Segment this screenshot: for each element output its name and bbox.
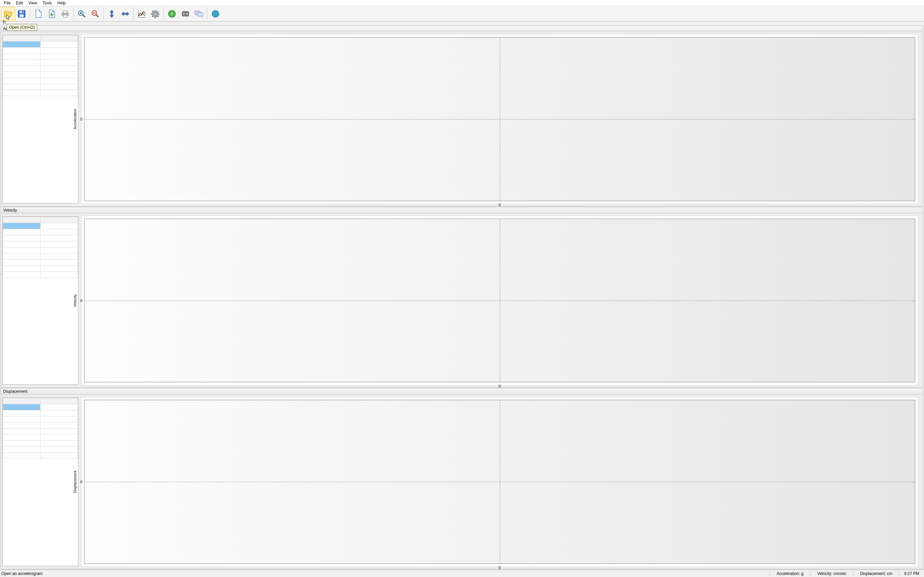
table-row[interactable] [3, 241, 78, 247]
table-row[interactable] [3, 66, 78, 72]
toolbar-separator [207, 8, 207, 20]
table-row[interactable] [3, 72, 78, 78]
table-row[interactable] [3, 48, 78, 54]
table-row[interactable] [3, 90, 78, 96]
table-row[interactable] [3, 447, 78, 453]
fit-vertical-button[interactable] [105, 7, 118, 21]
arrows-horizontal-icon [121, 9, 130, 19]
chart-displacement[interactable]: 0 0 Time Displacement [81, 397, 918, 567]
menu-help[interactable]: Help [55, 0, 69, 6]
section-velocity: Velocity [1, 207, 923, 388]
zoom-in-button[interactable] [75, 7, 89, 21]
table-velocity[interactable] [2, 216, 78, 385]
y-axis-label: Displacement [73, 471, 77, 493]
svg-point-20 [183, 13, 185, 15]
table-row[interactable] [3, 253, 78, 259]
help-icon: ? [167, 9, 177, 19]
x-tick: 0 [499, 566, 501, 569]
table-row[interactable] [3, 259, 78, 265]
table-row[interactable] [3, 247, 78, 253]
film-icon [181, 9, 190, 19]
menu-edit[interactable]: Edit [13, 0, 26, 6]
svg-line-12 [96, 15, 99, 17]
gear-icon [150, 9, 160, 19]
gridline [500, 400, 500, 564]
x-tick: 0 [499, 203, 501, 206]
table-row[interactable] [3, 435, 78, 441]
status-accel: Acceleration: g [770, 571, 810, 576]
table-row[interactable] [3, 265, 78, 271]
new-button[interactable] [31, 7, 45, 21]
help-button[interactable]: ? [165, 7, 179, 21]
menu-tools[interactable]: Tools [40, 0, 55, 6]
print-button[interactable] [58, 7, 72, 21]
svg-line-8 [83, 15, 85, 17]
table-row[interactable] [3, 422, 78, 429]
svg-text:?: ? [171, 12, 173, 16]
table-row[interactable] [3, 441, 78, 447]
truncated-label: Ti [2, 20, 6, 25]
table-row[interactable] [3, 54, 78, 60]
toolbar-separator [163, 8, 164, 20]
status-clock: 8:27 PM [899, 571, 924, 576]
section-header-displacement: Displacement [1, 388, 923, 395]
status-disp: Displacement: cm [853, 571, 899, 576]
table-displacement[interactable] [2, 398, 78, 566]
arrows-vertical-icon [107, 9, 116, 19]
table-row[interactable] [3, 229, 78, 235]
y-tick: 0 [81, 117, 82, 121]
table-row[interactable] [3, 429, 78, 435]
x-tick: 0 [499, 384, 501, 387]
chart-icon [137, 9, 147, 19]
section-acceleration: Acceleration [1, 25, 923, 206]
zoom-in-icon [77, 9, 86, 19]
y-tick: 0 [81, 480, 82, 484]
table-row[interactable] [3, 235, 78, 241]
table-row[interactable] [3, 410, 78, 416]
fit-horizontal-button[interactable] [118, 7, 132, 21]
toolbar-separator [103, 8, 104, 20]
speech-bubbles-icon [194, 9, 204, 19]
toolbar-separator [73, 8, 74, 20]
toolbar-separator [30, 8, 30, 20]
zoom-out-icon [90, 9, 100, 19]
signal-button[interactable] [45, 7, 58, 21]
y-axis-label: Velocity [73, 294, 77, 307]
section-header-acceleration: Acceleration [1, 26, 923, 32]
document-wave-icon [47, 9, 57, 19]
open-button[interactable] [2, 7, 15, 21]
chart-velocity[interactable]: 0 0 Time Velocity [81, 216, 918, 386]
gridline [500, 37, 500, 201]
menu-file[interactable]: File [2, 0, 13, 6]
save-icon [17, 9, 26, 19]
settings-button[interactable] [149, 7, 162, 21]
y-tick: 0 [81, 299, 82, 303]
menu-view[interactable]: View [26, 0, 40, 6]
gridline [500, 219, 500, 382]
table-row[interactable] [3, 60, 78, 66]
comments-button[interactable] [192, 7, 206, 21]
zoom-out-button[interactable] [89, 7, 102, 21]
cursor-icon [6, 15, 11, 20]
globe-icon [211, 9, 220, 19]
table-row[interactable] [3, 271, 78, 277]
table-row[interactable] [3, 404, 78, 410]
svg-rect-2 [19, 15, 24, 17]
table-row[interactable] [3, 42, 78, 48]
svg-point-16 [154, 13, 157, 15]
save-button[interactable] [15, 7, 28, 21]
table-row[interactable] [3, 416, 78, 422]
table-row[interactable] [3, 84, 78, 90]
toolbar-separator [133, 8, 134, 20]
video-button[interactable] [179, 7, 192, 21]
web-button[interactable] [209, 7, 222, 21]
table-acceleration[interactable] [2, 35, 78, 203]
table-row[interactable] [3, 223, 78, 229]
plot-button[interactable] [135, 7, 149, 21]
section-displacement: Displacement [1, 388, 923, 569]
table-row[interactable] [3, 453, 78, 459]
chart-acceleration[interactable]: 0 0 Time Acceleration [81, 34, 918, 204]
table-row[interactable] [3, 78, 78, 84]
printer-icon [60, 9, 70, 19]
work-area: Acceleration [0, 25, 924, 570]
